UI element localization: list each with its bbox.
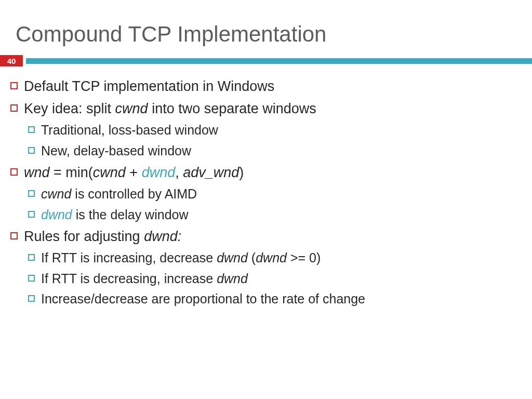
bullet-text: Increase/decrease are proportional to th… xyxy=(41,290,365,308)
bullet-icon xyxy=(28,254,35,261)
list-item: wnd = min(cwnd + dwnd, adv_wnd) xyxy=(10,163,516,182)
bullet-icon xyxy=(28,275,35,282)
accent-bar xyxy=(26,58,532,64)
bullet-text: Traditional, loss-based window xyxy=(41,122,218,139)
list-item: dwnd is the delay window xyxy=(28,206,516,224)
list-item: If RTT is decreasing, increase dwnd xyxy=(28,270,516,288)
list-item: Rules for adjusting dwnd: xyxy=(10,227,516,246)
slide-content: Default TCP implementation in Windows Ke… xyxy=(0,77,532,308)
bullet-text: Rules for adjusting dwnd: xyxy=(24,227,181,246)
list-item: cwnd is controlled by AIMD xyxy=(28,185,516,203)
bullet-icon xyxy=(28,211,35,218)
bullet-text: If RTT is increasing, decrease dwnd (dwn… xyxy=(41,249,321,267)
bullet-text: Key idea: split cwnd into two separate w… xyxy=(24,99,316,118)
list-item: Increase/decrease are proportional to th… xyxy=(28,290,516,308)
slide-title: Compound TCP Implementation xyxy=(0,0,532,55)
bullet-icon xyxy=(28,147,35,154)
bullet-icon xyxy=(10,232,18,240)
list-item: Default TCP implementation in Windows xyxy=(10,77,516,96)
header-bar: 40 xyxy=(0,55,532,66)
list-item: New, delay-based window xyxy=(28,142,516,160)
bullet-text: cwnd is controlled by AIMD xyxy=(41,185,197,203)
bullet-icon xyxy=(28,190,35,197)
list-item: Key idea: split cwnd into two separate w… xyxy=(10,99,516,118)
list-item: If RTT is increasing, decrease dwnd (dwn… xyxy=(28,249,516,267)
bullet-text: If RTT is decreasing, increase dwnd xyxy=(41,270,248,288)
bullet-icon xyxy=(28,295,35,302)
bullet-icon xyxy=(10,82,18,89)
bullet-icon xyxy=(28,126,35,133)
page-number-badge: 40 xyxy=(0,55,23,66)
bullet-text: Default TCP implementation in Windows xyxy=(24,77,274,96)
bullet-icon xyxy=(10,168,18,176)
list-item: Traditional, loss-based window xyxy=(28,122,516,139)
bullet-text: dwnd is the delay window xyxy=(41,206,189,224)
bullet-text: wnd = min(cwnd + dwnd, adv_wnd) xyxy=(24,163,244,182)
bullet-text: New, delay-based window xyxy=(41,142,191,160)
bullet-icon xyxy=(10,104,18,112)
